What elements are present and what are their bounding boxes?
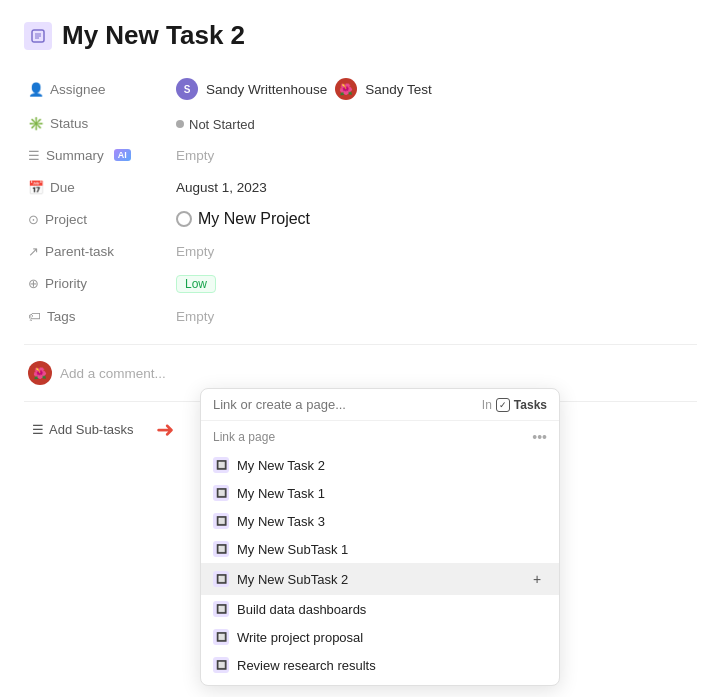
status-icon: ✳️ xyxy=(28,116,44,131)
add-item-button[interactable]: + xyxy=(527,569,547,589)
comment-placeholder[interactable]: Add a comment... xyxy=(60,366,166,381)
item-page-icon: 🔲 xyxy=(213,541,229,557)
priority-icon: ⊕ xyxy=(28,276,39,291)
item-page-icon: 🔲 xyxy=(213,485,229,501)
list-item-highlighted[interactable]: 🔲 My New SubTask 2 + xyxy=(201,563,559,595)
status-badge[interactable]: Not Started xyxy=(176,117,255,132)
ai-badge: AI xyxy=(114,149,131,161)
project-icon: ⊙ xyxy=(28,212,39,227)
summary-value[interactable]: Empty xyxy=(176,148,214,163)
list-item[interactable]: 🔲 My New Task 1 xyxy=(201,479,559,507)
parent-task-label: ↗ Parent-task xyxy=(28,244,168,259)
tag-icon: 🏷 xyxy=(28,309,41,324)
assignee2-name: Sandy Test xyxy=(365,82,432,97)
list-item[interactable]: 🔲 My New Task 3 xyxy=(201,507,559,535)
status-row: ✳️ Status Not Started xyxy=(24,107,697,139)
dropdown-search-row: In ✓ Tasks xyxy=(201,389,559,421)
tags-label: 🏷 Tags xyxy=(28,309,168,324)
assignee-value[interactable]: S Sandy Writtenhouse 🌺 Sandy Test xyxy=(176,78,693,100)
priority-label: ⊕ Priority xyxy=(28,276,168,291)
item-page-icon: 🔲 xyxy=(213,457,229,473)
assignee-label: 👤 Assignee xyxy=(28,82,168,97)
list-item[interactable]: 🔲 Review research results xyxy=(201,651,559,679)
due-row: 📅 Due August 1, 2023 xyxy=(24,171,697,203)
list-item[interactable]: 🔲 My New SubTask 1 xyxy=(201,535,559,563)
page-title-row: My New Task 2 xyxy=(24,20,697,51)
list-item[interactable]: 🔲 Write project proposal xyxy=(201,623,559,651)
calendar-icon: 📅 xyxy=(28,180,44,195)
tags-row: 🏷 Tags Empty xyxy=(24,300,697,332)
summary-icon: ☰ xyxy=(28,148,40,163)
avatar-sandy-t: 🌺 xyxy=(335,78,357,100)
priority-row: ⊕ Priority Low xyxy=(24,267,697,300)
link-page-search-input[interactable] xyxy=(213,397,476,412)
add-comment-row[interactable]: 🌺 Add a comment... xyxy=(24,353,697,393)
link-page-dropdown: In ✓ Tasks Link a page ••• 🔲 My New Task… xyxy=(200,388,560,686)
item-page-icon: 🔲 xyxy=(213,571,229,587)
status-dot xyxy=(176,120,184,128)
page-icon xyxy=(24,22,52,50)
page-container: My New Task 2 👤 Assignee S Sandy W xyxy=(0,0,721,697)
project-row: ⊙ Project My New Project xyxy=(24,203,697,235)
due-label: 📅 Due xyxy=(28,180,168,195)
assignee-row: 👤 Assignee S Sandy Writtenhouse 🌺 Sandy … xyxy=(24,71,697,107)
list-item[interactable]: 🔲 My New Task 2 xyxy=(201,451,559,479)
arrow-indicator: ➜ xyxy=(156,419,174,441)
add-subtask-button[interactable]: ☰ Add Sub-tasks xyxy=(24,418,142,441)
avatar-sandy-w: S xyxy=(176,78,198,100)
item-page-icon: 🔲 xyxy=(213,657,229,673)
assignee1-name: Sandy Writtenhouse xyxy=(206,82,327,97)
subtask-icon: ☰ xyxy=(32,422,44,437)
due-value[interactable]: August 1, 2023 xyxy=(176,180,267,195)
tags-value[interactable]: Empty xyxy=(176,309,214,324)
status-label: ✳️ Status xyxy=(28,116,168,131)
summary-row: ☰ Summary AI Empty xyxy=(24,139,697,171)
list-item[interactable]: 🔲 Build data dashboards xyxy=(201,595,559,623)
person-icon: 👤 xyxy=(28,82,44,97)
properties-table: 👤 Assignee S Sandy Writtenhouse 🌺 Sandy … xyxy=(24,71,697,332)
summary-label: ☰ Summary AI xyxy=(28,148,168,163)
project-value[interactable]: My New Project xyxy=(176,210,693,228)
item-page-icon: 🔲 xyxy=(213,629,229,645)
divider xyxy=(24,344,697,345)
project-circle-icon xyxy=(176,211,192,227)
tasks-checkbox[interactable]: ✓ xyxy=(496,398,510,412)
priority-badge[interactable]: Low xyxy=(176,275,216,293)
parent-task-value[interactable]: Empty xyxy=(176,244,214,259)
link-page-label: Link a page xyxy=(213,430,275,444)
project-label: ⊙ Project xyxy=(28,212,168,227)
arrow-up-icon: ↗ xyxy=(28,244,39,259)
link-page-header: Link a page ••• xyxy=(201,421,559,449)
dropdown-list: 🔲 My New Task 2 🔲 My New Task 1 🔲 My New… xyxy=(201,449,559,685)
in-tasks-badge: In ✓ Tasks xyxy=(482,398,547,412)
page-title: My New Task 2 xyxy=(62,20,245,51)
item-page-icon: 🔲 xyxy=(213,513,229,529)
three-dots-button[interactable]: ••• xyxy=(532,429,547,445)
parent-task-row: ↗ Parent-task Empty xyxy=(24,235,697,267)
comment-avatar: 🌺 xyxy=(28,361,52,385)
item-page-icon: 🔲 xyxy=(213,601,229,617)
